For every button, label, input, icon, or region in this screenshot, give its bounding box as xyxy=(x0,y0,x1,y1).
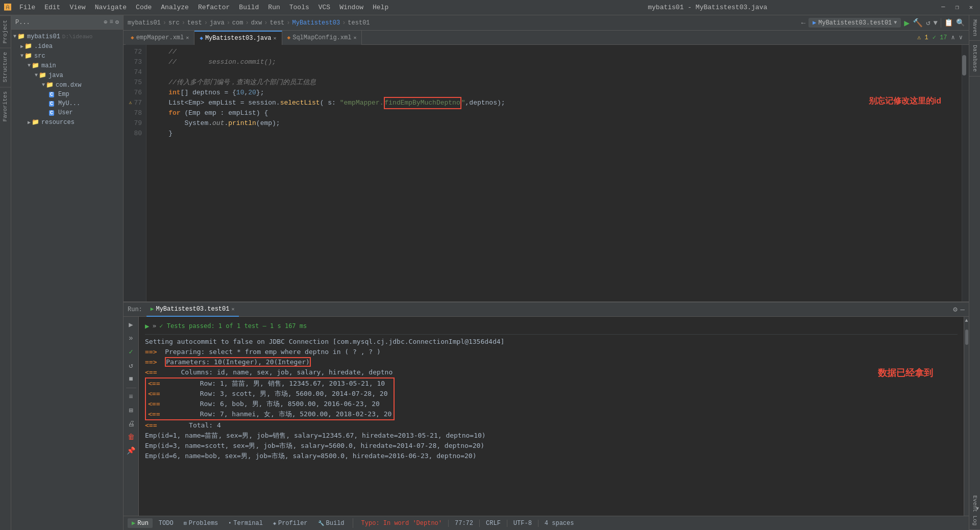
vcs-button[interactable]: 📋 xyxy=(944,18,953,27)
collapse-all-icon[interactable]: ≡ xyxy=(110,18,113,26)
menu-file[interactable]: File xyxy=(15,3,39,12)
menu-code[interactable]: Code xyxy=(132,3,156,12)
maximize-button[interactable]: ❐ xyxy=(952,3,962,12)
debug-button[interactable]: ▼ xyxy=(934,19,938,27)
tree-emp[interactable]: C Emp xyxy=(11,90,123,99)
tree-mybatis01[interactable]: ▼ 📁 mybatis01 D:\ideawo xyxy=(11,32,123,41)
line-num-79: 79 xyxy=(124,118,142,129)
breadcrumb-item[interactable]: src xyxy=(168,19,180,27)
run-scrollbar[interactable]: ▲ ▼ xyxy=(964,317,969,516)
settings-icon[interactable]: ⚙ xyxy=(115,18,119,26)
print-button[interactable]: 🖨 xyxy=(126,418,136,430)
breadcrumb-item[interactable]: test01 xyxy=(348,19,370,27)
breadcrumb-item[interactable]: test xyxy=(270,19,284,27)
run-config-selector[interactable]: ▶ MyBatistest03.test01 ▼ xyxy=(808,18,901,28)
tab-empmapper[interactable]: ◆ empMapper.xml ✕ xyxy=(126,31,194,45)
menu-refactor[interactable]: Refactor xyxy=(194,3,234,12)
tab-close-icon[interactable]: ✕ xyxy=(274,35,277,41)
reload-button[interactable]: ↺ xyxy=(926,18,930,27)
breadcrumb-item[interactable]: mybatis01 xyxy=(128,19,161,27)
tree-myu[interactable]: C MyU... xyxy=(11,99,123,108)
scroll-down-icon[interactable]: ∨ xyxy=(959,34,963,41)
favorites-tab[interactable]: Favorites xyxy=(0,87,11,125)
breadcrumb-item[interactable]: test xyxy=(187,19,202,27)
todo-tool-button[interactable]: TODO xyxy=(155,519,178,528)
menu-window[interactable]: Window xyxy=(335,3,368,12)
run-step-button[interactable]: » xyxy=(127,333,134,344)
tab-label: SqlMapConfig.xml xyxy=(292,34,351,41)
window-controls: — ❐ ✕ xyxy=(938,3,976,12)
breadcrumb-item[interactable]: java xyxy=(210,19,225,27)
back-button[interactable]: ← xyxy=(801,19,805,27)
run-button[interactable]: ▶ xyxy=(904,17,910,29)
tab-close-icon[interactable]: ✕ xyxy=(353,35,356,41)
code-content[interactable]: // // session.commit(); //传入多个部门编号，查询这几个… xyxy=(146,45,962,301)
breadcrumb-item[interactable]: com xyxy=(232,19,243,27)
rows-container: <== Row: 1, 苗苗, 男, 销售, 12345.67, 2013-05… xyxy=(145,377,395,420)
breadcrumb-item[interactable]: dxw xyxy=(251,19,262,27)
tree-resources[interactable]: ▶ 📁 resources xyxy=(11,117,123,127)
close-button[interactable]: ✕ xyxy=(966,3,976,12)
menu-navigate[interactable]: Navigate xyxy=(91,3,131,12)
tab-close-icon[interactable]: ✕ xyxy=(186,35,189,41)
tree-idea[interactable]: ▶ 📁 .idea xyxy=(11,41,123,51)
menu-vcs[interactable]: VCS xyxy=(314,3,334,12)
run-tab-active[interactable]: ▶ MyBatistest03.test01 ✕ xyxy=(146,302,239,317)
minimize-button[interactable]: — xyxy=(938,3,948,12)
tab-mybatistest03[interactable]: ◆ MyBatistest03.java ✕ xyxy=(194,31,282,45)
menu-tools[interactable]: Tools xyxy=(285,3,313,12)
clear-button[interactable]: 🗑 xyxy=(126,432,136,443)
run-rerun-button[interactable]: ↺ xyxy=(127,360,134,371)
menu-analyze[interactable]: Analyze xyxy=(157,3,193,12)
status-sep xyxy=(507,520,507,527)
breadcrumb-item-current[interactable]: MyBatistest03 xyxy=(292,19,340,27)
fold-button[interactable]: ⊞ xyxy=(127,405,134,416)
structure-tab[interactable]: Structure xyxy=(0,47,11,86)
database-tab[interactable]: Database xyxy=(969,41,980,77)
scroll-up-icon[interactable]: ∧ xyxy=(951,34,955,41)
profiler-tool-button[interactable]: ◈ Profiler xyxy=(269,519,312,528)
toolbar-separator xyxy=(941,18,941,28)
run-scrollbar-thumb[interactable] xyxy=(965,330,968,345)
output-line-6: <== Row: 6, bob, 男, 市场, 8500.00, 2016-06… xyxy=(148,399,391,409)
locate-icon[interactable]: ⊕ xyxy=(104,18,107,26)
terminal-tool-button[interactable]: ▪ Terminal xyxy=(224,519,267,528)
minimize-panel-icon[interactable]: — xyxy=(961,306,965,314)
run-play-icon[interactable]: ▶ xyxy=(145,321,149,331)
tree-user[interactable]: C User xyxy=(11,108,123,117)
run-config-label: MyBatistest03.test01 xyxy=(818,19,892,27)
run-tool-button[interactable]: ▶ Run xyxy=(128,518,153,528)
maven-tab[interactable]: Maven xyxy=(969,15,980,41)
run-tab-close[interactable]: ✕ xyxy=(231,306,234,312)
settings-icon[interactable]: ⚙ xyxy=(953,305,957,314)
tab-sqlmapconfig[interactable]: ◆ SqlMapConfig.xml ✕ xyxy=(282,31,362,45)
menu-run[interactable]: Run xyxy=(264,3,284,12)
problems-tool-button[interactable]: ⊞ Problems xyxy=(180,519,223,528)
menu-view[interactable]: View xyxy=(65,3,89,12)
scrollbar-thumb[interactable] xyxy=(962,55,966,75)
build-tool-button[interactable]: 🔧 Build xyxy=(314,519,349,528)
code-line-73: // session.commit(); xyxy=(153,57,955,67)
menu-edit[interactable]: Edit xyxy=(40,3,64,12)
pin-button[interactable]: 📌 xyxy=(125,445,137,457)
run-again-button[interactable]: ▶ xyxy=(127,319,134,331)
tree-src[interactable]: ▼ 📁 src xyxy=(11,51,123,61)
editor-scrollbar[interactable] xyxy=(962,45,969,301)
run-stop-button[interactable]: ■ xyxy=(127,373,134,385)
right-tab-bar: Maven Database Event Log xyxy=(969,15,980,530)
run-output[interactable]: ▶ » ✓ Tests passed: 1 of 1 test – 1 s 16… xyxy=(139,317,964,516)
search-button[interactable]: 🔍 xyxy=(956,18,965,27)
scroll-to-end-button[interactable]: ≡ xyxy=(127,391,134,402)
tree-comdxw[interactable]: ▼ 📁 com.dxw xyxy=(11,80,123,90)
tree-java[interactable]: ▼ 📁 java xyxy=(11,70,123,80)
code-plain: System. xyxy=(153,118,212,129)
params-highlight-box: Parameters: 10(Integer), 20(Integer) xyxy=(165,357,311,367)
code-keyword: for xyxy=(153,108,181,118)
build-button[interactable]: 🔨 xyxy=(913,18,923,28)
menu-build[interactable]: Build xyxy=(235,3,263,12)
project-tab[interactable]: Project xyxy=(0,15,11,47)
menu-help[interactable]: Help xyxy=(369,3,393,12)
output-line-5: <== Row: 3, scott, 男, 市场, 5600.00, 2014-… xyxy=(148,389,391,399)
scroll-up-button[interactable]: ▲ xyxy=(965,318,968,323)
tree-main[interactable]: ▼ 📁 main xyxy=(11,61,123,70)
